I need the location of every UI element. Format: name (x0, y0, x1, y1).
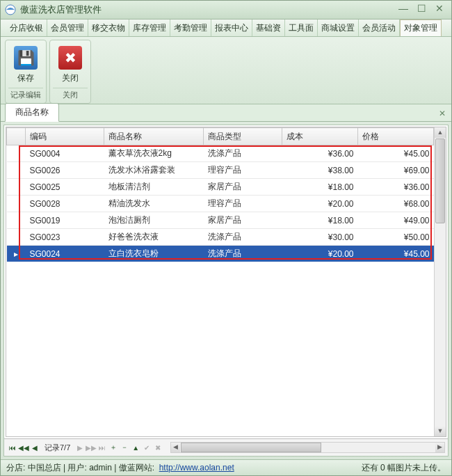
statusbar: 分店: 中国总店 | 用户: admin | 傲蓝网站: http://www.… (1, 459, 451, 475)
menu-item-3[interactable]: 库存管理 (129, 19, 170, 36)
menu-item-2[interactable]: 移交衣物 (88, 19, 129, 36)
menu-item-8[interactable]: 商城设置 (318, 19, 359, 36)
cell-name: 薰衣草洗衣液2kg (104, 145, 204, 162)
nav-next-button[interactable]: ▶ (74, 444, 86, 452)
nav-edit-button[interactable]: ▲ (130, 444, 141, 452)
save-button[interactable]: 💾保存 (10, 43, 42, 86)
nav-add-button[interactable]: ＋ (108, 443, 119, 452)
menu-item-9[interactable]: 会员活动 (359, 19, 400, 36)
nav-prev-button[interactable]: ◀ (29, 444, 40, 452)
menu-item-4[interactable]: 考勤管理 (170, 19, 211, 36)
cell-type: 理容产品 (204, 196, 282, 212)
cell-name: 好爸爸洗衣液 (104, 229, 204, 246)
column-header-1[interactable]: 商品名称 (104, 128, 204, 145)
nav-confirm-button[interactable]: ✔ (141, 444, 152, 452)
menu-item-0[interactable]: 分店收银 (6, 19, 47, 36)
nav-cancel-button[interactable]: ✖ (152, 444, 163, 452)
record-indicator: 记录7/7 (45, 443, 70, 453)
content-area: 编码商品名称商品类型成本价格默认单位 SG0004薰衣草洗衣液2kg洗涤产品¥3… (3, 125, 449, 457)
record-navigator: ⏮ ◀◀ ◀ 记录7/7 ▶ ▶▶ ⏭ ＋ － ▲ ✔ ✖ ◀ ▶ (4, 438, 448, 456)
cell-price: ¥36.00 (358, 179, 434, 196)
menubar: 分店收银会员管理移交衣物库存管理考勤管理报表中心基础资工具面商城设置会员活动对象… (1, 19, 451, 37)
hscroll-thumb[interactable] (181, 443, 321, 452)
cell-type: 家居产品 (204, 212, 282, 229)
cell-code: SG0028 (26, 196, 104, 212)
status-user: admin (89, 463, 112, 473)
toolbar-group-label-0: 记录编辑 (8, 88, 43, 102)
table-row[interactable]: SG0026洗发水沐浴露套装理容产品¥38.00¥69.00套 (7, 162, 447, 179)
table-row[interactable]: SG0023好爸爸洗衣液洗涤产品¥30.00¥50.00瓶 (7, 229, 447, 246)
table-row[interactable]: SG0028精油洗发水理容产品¥20.00¥68.00瓶 (7, 196, 447, 212)
cell-cost: ¥20.00 (282, 246, 358, 262)
cell-code: SG0019 (26, 212, 104, 229)
cell-name: 洗发水沐浴露套装 (104, 162, 204, 179)
menu-item-5[interactable]: 报表中心 (211, 19, 252, 36)
cell-type: 洗涤产品 (204, 229, 282, 246)
cell-name: 地板清洁剂 (104, 179, 204, 196)
nav-first-button[interactable]: ⏮ (7, 444, 18, 452)
nav-last-button[interactable]: ⏭ (97, 444, 108, 452)
table-row[interactable]: SG0025地板清洁剂家居产品¥18.00¥36.00瓶 (7, 179, 447, 196)
cell-price: ¥69.00 (358, 162, 434, 179)
toolbar: 💾保存记录编辑✖关闭关闭 (1, 37, 451, 104)
menu-item-6[interactable]: 基础资 (252, 19, 285, 36)
table-row[interactable]: SG0019泡泡洁厕剂家居产品¥18.00¥49.00 (7, 212, 447, 229)
cell-price: ¥45.00 (358, 145, 434, 162)
data-grid[interactable]: 编码商品名称商品类型成本价格默认单位 SG0004薰衣草洗衣液2kg洗涤产品¥3… (6, 127, 446, 437)
nav-next-page-button[interactable]: ▶▶ (86, 444, 97, 452)
save-button-label: 保存 (17, 72, 34, 84)
cell-code: SG0026 (26, 162, 104, 179)
tab-close-icon[interactable]: ✕ (439, 109, 446, 121)
status-site-label: 傲蓝网站: (119, 462, 154, 474)
cell-type: 洗涤产品 (204, 246, 282, 262)
tab-product-name[interactable]: 商品名称 (5, 103, 59, 122)
row-indicator: ▸ (7, 246, 26, 262)
scroll-left-icon[interactable]: ◀ (171, 443, 180, 452)
cell-name: 精油洗发水 (104, 196, 204, 212)
scroll-right-icon[interactable]: ▶ (435, 443, 444, 452)
column-header-2[interactable]: 商品类型 (204, 128, 282, 145)
close-button[interactable]: ✖关闭 (54, 43, 86, 86)
column-header-4[interactable]: 价格 (358, 128, 434, 145)
cell-code: SG0024 (26, 246, 104, 262)
toolbar-group-0: 💾保存记录编辑 (5, 40, 47, 104)
status-site-link[interactable]: http://www.aolan.net (159, 463, 234, 473)
row-indicator (7, 229, 26, 246)
menu-item-10[interactable]: 对象管理 (400, 19, 442, 36)
cell-cost: ¥18.00 (282, 212, 358, 229)
cell-price: ¥50.00 (358, 229, 434, 246)
table-row[interactable]: SG0004薰衣草洗衣液2kg洗涤产品¥36.00¥45.00条 (7, 145, 447, 162)
cell-price: ¥49.00 (358, 212, 434, 229)
nav-delete-button[interactable]: － (119, 443, 130, 452)
cell-type: 洗涤产品 (204, 145, 282, 162)
maximize-button[interactable]: ☐ (414, 3, 429, 16)
column-header-3[interactable]: 成本 (282, 128, 358, 145)
minimize-button[interactable]: — (396, 3, 411, 16)
column-header-0[interactable]: 编码 (26, 128, 104, 145)
row-indicator (7, 162, 26, 179)
cell-name: 泡泡洁厕剂 (104, 212, 204, 229)
cell-price: ¥68.00 (358, 196, 434, 212)
status-user-label: 用户: (67, 462, 86, 474)
status-right: 还有 0 幅图片未上传。 (362, 462, 446, 474)
close-window-button[interactable]: ✕ (432, 3, 447, 16)
row-indicator (7, 145, 26, 162)
horizontal-scrollbar[interactable]: ◀ ▶ (170, 442, 445, 453)
cell-type: 理容产品 (204, 162, 282, 179)
toolbar-group-label-1: 关闭 (53, 88, 88, 102)
vertical-scrollbar[interactable]: ▲ ▼ (434, 127, 446, 436)
scroll-thumb[interactable] (435, 138, 445, 223)
cell-code: SG0025 (26, 179, 104, 196)
cell-name: 立白洗衣皂粉 (104, 246, 204, 262)
toolbar-group-1: ✖关闭关闭 (49, 40, 91, 104)
save-button-icon: 💾 (14, 46, 38, 70)
cell-code: SG0004 (26, 145, 104, 162)
scroll-up-icon[interactable]: ▲ (435, 127, 446, 138)
menu-item-7[interactable]: 工具面 (285, 19, 318, 36)
nav-prev-page-button[interactable]: ◀◀ (18, 444, 29, 452)
scroll-down-icon[interactable]: ▼ (435, 426, 446, 436)
table-row[interactable]: ▸SG0024立白洗衣皂粉洗涤产品¥20.00¥45.00袋 (7, 246, 447, 262)
cell-cost: ¥20.00 (282, 196, 358, 212)
menu-item-1[interactable]: 会员管理 (47, 19, 88, 36)
cell-cost: ¥36.00 (282, 145, 358, 162)
